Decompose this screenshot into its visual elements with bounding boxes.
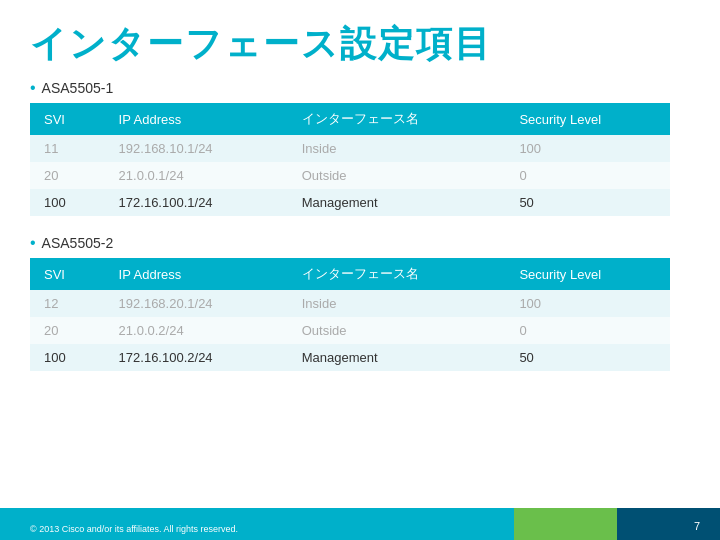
table-cell: Outside — [288, 317, 506, 344]
table-cell: 21.0.0.1/24 — [105, 162, 288, 189]
footer-green — [514, 508, 617, 540]
table-cell: 172.16.100.1/24 — [105, 189, 288, 216]
table-cell: 172.16.100.2/24 — [105, 344, 288, 371]
table-cell: 0 — [505, 162, 670, 189]
table-cell: 100 — [30, 344, 105, 371]
table-cell: 100 — [505, 135, 670, 162]
table-cell: 100 — [30, 189, 105, 216]
table-cell: 20 — [30, 317, 105, 344]
table-row: 100172.16.100.1/24Management50 — [30, 189, 670, 216]
col-header-svi-2: SVI — [30, 258, 105, 290]
col-header-interface-2: インターフェース名 — [288, 258, 506, 290]
table-cell: 50 — [505, 344, 670, 371]
section2-label: • ASA5505-2 — [30, 234, 690, 252]
bullet-icon-2: • — [30, 234, 36, 252]
col-header-svi-1: SVI — [30, 103, 105, 135]
table-cell: 0 — [505, 317, 670, 344]
col-header-ip-2: IP Address — [105, 258, 288, 290]
footer: © 2013 Cisco and/or its affiliates. All … — [0, 508, 720, 540]
table-cell: 12 — [30, 290, 105, 317]
table-cell: 192.168.20.1/24 — [105, 290, 288, 317]
section-asa5505-2: • ASA5505-2 SVI IP Address インターフェース名 Sec… — [0, 234, 720, 389]
table-cell: Management — [288, 344, 506, 371]
table-cell: Inside — [288, 135, 506, 162]
table-cell: 100 — [505, 290, 670, 317]
page-number: 7 — [694, 520, 700, 532]
col-header-interface-1: インターフェース名 — [288, 103, 506, 135]
table-cell: 50 — [505, 189, 670, 216]
copyright-text: © 2013 Cisco and/or its affiliates. All … — [30, 524, 238, 534]
col-header-ip-1: IP Address — [105, 103, 288, 135]
col-header-security-2: Security Level — [505, 258, 670, 290]
section-asa5505-1: • ASA5505-1 SVI IP Address インターフェース名 Sec… — [0, 79, 720, 234]
table-cell: 21.0.0.2/24 — [105, 317, 288, 344]
footer-dark — [617, 508, 720, 540]
table-cell: Outside — [288, 162, 506, 189]
table-asa5505-2: SVI IP Address インターフェース名 Security Level … — [30, 258, 670, 371]
col-header-security-1: Security Level — [505, 103, 670, 135]
table-cell: 11 — [30, 135, 105, 162]
table-row: 100172.16.100.2/24Management50 — [30, 344, 670, 371]
table-cell: Inside — [288, 290, 506, 317]
table-row: 12192.168.20.1/24Inside100 — [30, 290, 670, 317]
table-cell: Management — [288, 189, 506, 216]
table-row: 11192.168.10.1/24Inside100 — [30, 135, 670, 162]
table-row: 2021.0.0.1/24Outside0 — [30, 162, 670, 189]
section1-label: • ASA5505-1 — [30, 79, 690, 97]
table-cell: 20 — [30, 162, 105, 189]
table-cell: 192.168.10.1/24 — [105, 135, 288, 162]
table-asa5505-1: SVI IP Address インターフェース名 Security Level … — [30, 103, 670, 216]
page-title: インターフェース設定項目 — [0, 0, 720, 79]
table-row: 2021.0.0.2/24Outside0 — [30, 317, 670, 344]
bullet-icon: • — [30, 79, 36, 97]
